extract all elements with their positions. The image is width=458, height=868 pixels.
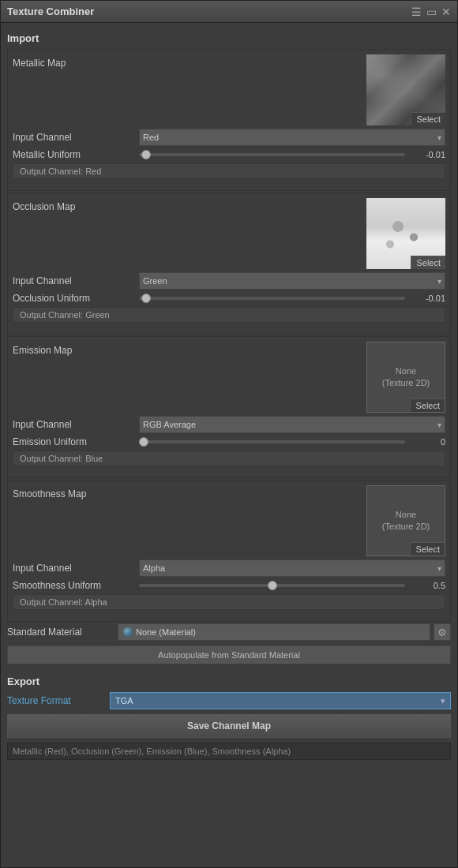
emission-map-row: Emission Map None (Texture 2D) Select xyxy=(13,342,445,413)
smoothness-input-channel-dropdown[interactable]: Alpha ▾ xyxy=(139,559,445,577)
metallic-map-block: Metallic Map Select Input Channel Red ▾ … xyxy=(7,49,451,191)
standard-material-gear-btn[interactable]: ⚙ xyxy=(434,623,451,641)
emission-none-line2: (Texture 2D) xyxy=(382,377,430,389)
export-header: Export xyxy=(7,675,451,687)
emission-output-channel: Output Channel: Blue xyxy=(13,451,445,466)
occlusion-input-channel-value: Green xyxy=(143,276,167,286)
occlusion-map-row: Occlusion Map Select xyxy=(13,198,445,269)
texture-format-dropdown[interactable]: TGA ▾ xyxy=(110,692,451,709)
smoothness-map-block: Smoothness Map None (Texture 2D) Select … xyxy=(7,480,451,622)
standard-material-row: Standard Material None (Material) ⚙ xyxy=(7,623,451,641)
emission-map-block: Emission Map None (Texture 2D) Select In… xyxy=(7,336,451,478)
occlusion-map-label: Occlusion Map xyxy=(13,198,366,212)
title-bar-controls: ☰ ▭ ✕ xyxy=(411,6,451,18)
metallic-input-channel-value: Red xyxy=(143,133,159,142)
smoothness-none-line2: (Texture 2D) xyxy=(382,521,430,533)
metallic-select-btn[interactable]: Select xyxy=(411,112,445,125)
emission-uniform-row: Emission Uniform 0 xyxy=(13,436,445,447)
emission-map-label: Emission Map xyxy=(13,342,366,356)
emission-none-line1: None xyxy=(382,365,430,377)
texture-combiner-window: Texture Combiner ☰ ▭ ✕ Import Metallic M… xyxy=(0,0,458,868)
import-header: Import xyxy=(7,32,451,44)
smoothness-map-row: Smoothness Map None (Texture 2D) Select xyxy=(13,485,445,556)
smoothness-slider[interactable] xyxy=(139,584,405,587)
standard-material-label: Standard Material xyxy=(7,627,118,638)
occlusion-uniform-row: Occlusion Uniform -0.01 xyxy=(13,293,445,304)
emission-input-channel-dropdown[interactable]: RGB Average ▾ xyxy=(139,416,445,433)
smoothness-uniform-value: 0.5 xyxy=(410,581,445,590)
metallic-input-channel-row: Input Channel Red ▾ xyxy=(13,129,445,146)
save-channel-map-btn[interactable]: Save Channel Map xyxy=(7,714,451,738)
occlusion-select-btn[interactable]: Select xyxy=(411,256,445,269)
occlusion-preview: Select xyxy=(366,198,445,269)
content-area: Import Metallic Map Select Input Channel… xyxy=(1,23,457,867)
emission-slider[interactable] xyxy=(139,440,405,443)
occlusion-uniform-value: -0.01 xyxy=(410,294,445,303)
occlusion-map-block: Occlusion Map Select Input Channel Green… xyxy=(7,193,451,335)
standard-material-dropdown[interactable]: None (Material) xyxy=(118,623,430,641)
emission-uniform-value: 0 xyxy=(410,437,445,447)
emission-preview: None (Texture 2D) Select xyxy=(366,342,445,413)
occlusion-uniform-label: Occlusion Uniform xyxy=(13,293,139,304)
metallic-uniform-value: -0.01 xyxy=(410,150,445,159)
occlusion-input-channel-dropdown[interactable]: Green ▾ xyxy=(139,272,445,290)
occlusion-output-channel: Output Channel: Green xyxy=(13,307,445,323)
emission-select-btn[interactable]: Select xyxy=(410,398,445,412)
emission-input-channel-label: Input Channel xyxy=(13,419,139,430)
smoothness-slider-container: 0.5 xyxy=(139,581,445,590)
metallic-input-channel-label: Input Channel xyxy=(13,132,139,143)
texture-format-label: Texture Format xyxy=(7,695,110,706)
title-bar: Texture Combiner ☰ ▭ ✕ xyxy=(1,1,457,23)
metallic-preview: Select xyxy=(366,54,445,125)
occlusion-input-channel-label: Input Channel xyxy=(13,275,139,286)
emission-input-channel-row: Input Channel RGB Average ▾ xyxy=(13,416,445,433)
metallic-slider-container: -0.01 xyxy=(139,150,445,159)
emission-slider-container: 0 xyxy=(139,437,445,447)
emission-none-text: None (Texture 2D) xyxy=(382,365,430,390)
metallic-dropdown-arrow: ▾ xyxy=(437,133,441,142)
emission-uniform-label: Emission Uniform xyxy=(13,436,139,447)
occlusion-slider-container: -0.01 xyxy=(139,294,445,303)
material-sphere-icon xyxy=(123,627,133,637)
smoothness-input-channel-label: Input Channel xyxy=(13,563,139,574)
metallic-output-channel: Output Channel: Red xyxy=(13,163,445,179)
metallic-uniform-row: Metallic Uniform -0.01 xyxy=(13,149,445,160)
smoothness-input-channel-value: Alpha xyxy=(143,563,165,573)
metallic-map-row: Metallic Map Select xyxy=(13,54,445,125)
smoothness-none-line1: None xyxy=(382,509,430,521)
metallic-uniform-label: Metallic Uniform xyxy=(13,149,139,160)
emission-input-channel-value: RGB Average xyxy=(143,420,196,429)
smoothness-select-btn[interactable]: Select xyxy=(410,542,445,556)
texture-format-dropdown-arrow: ▾ xyxy=(441,696,445,706)
metallic-input-channel-dropdown[interactable]: Red ▾ xyxy=(139,129,445,146)
occlusion-dropdown-arrow: ▾ xyxy=(437,277,441,286)
window-title: Texture Combiner xyxy=(7,6,94,17)
metallic-map-label: Metallic Map xyxy=(13,54,366,69)
smoothness-uniform-row: Smoothness Uniform 0.5 xyxy=(13,580,445,591)
close-icon[interactable]: ✕ xyxy=(441,6,451,18)
texture-format-value: TGA xyxy=(115,696,133,705)
occlusion-slider[interactable] xyxy=(139,297,405,300)
minimize-icon[interactable]: ▭ xyxy=(426,6,437,18)
smoothness-dropdown-arrow: ▾ xyxy=(437,564,441,573)
channel-info: Metallic (Red), Occlusion (Green), Emiss… xyxy=(7,743,451,760)
smoothness-map-label: Smoothness Map xyxy=(13,485,366,499)
texture-format-row: Texture Format TGA ▾ xyxy=(7,692,451,709)
list-icon[interactable]: ☰ xyxy=(411,6,422,18)
export-section: Export Texture Format TGA ▾ Save Channel… xyxy=(7,675,451,760)
smoothness-output-channel: Output Channel: Alpha xyxy=(13,594,445,610)
smoothness-preview: None (Texture 2D) Select xyxy=(366,485,445,556)
occlusion-input-channel-row: Input Channel Green ▾ xyxy=(13,272,445,290)
smoothness-uniform-label: Smoothness Uniform xyxy=(13,580,139,591)
autopopulate-btn[interactable]: Autopopulate from Standard Material xyxy=(7,645,451,664)
smoothness-input-channel-row: Input Channel Alpha ▾ xyxy=(13,559,445,577)
smoothness-none-text: None (Texture 2D) xyxy=(382,509,430,533)
emission-dropdown-arrow: ▾ xyxy=(437,421,441,429)
metallic-slider[interactable] xyxy=(139,153,405,156)
standard-material-value: None (Material) xyxy=(136,627,196,637)
